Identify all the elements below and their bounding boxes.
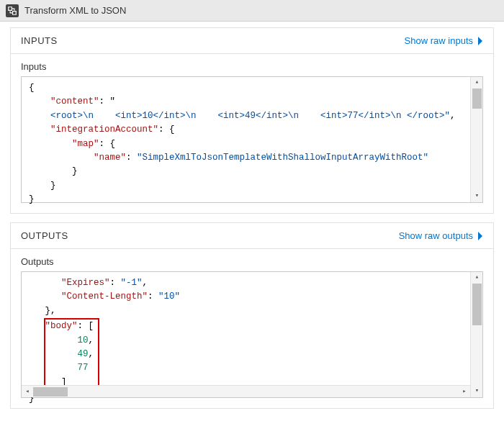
outputs-codebox[interactable]: "Expires": "-1", "Content-Length": "10" … <box>21 271 483 398</box>
scroll-down-icon[interactable]: ▾ <box>471 191 483 202</box>
show-raw-inputs-link[interactable]: Show raw inputs <box>405 35 483 46</box>
scroll-up-icon[interactable]: ▴ <box>471 272 483 284</box>
inputs-vscroll-thumb[interactable] <box>472 89 482 109</box>
scroll-up-icon[interactable]: ▴ <box>471 77 483 89</box>
scroll-left-icon[interactable]: ◂ <box>22 386 33 398</box>
outputs-body: Outputs "Expires": "-1", "Content-Length… <box>11 249 493 408</box>
scroll-down-icon[interactable]: ▾ <box>471 386 483 397</box>
inputs-sublabel: Inputs <box>21 61 483 72</box>
outputs-section: OUTPUTS Show raw outputs Outputs "Expire… <box>10 222 494 409</box>
panel-container: INPUTS Show raw inputs Inputs { "content… <box>0 22 504 419</box>
transform-icon <box>6 4 19 17</box>
show-raw-outputs-label: Show raw outputs <box>399 230 473 241</box>
inputs-title: INPUTS <box>21 35 58 46</box>
inputs-code: { "content": " <root>\n <int>10</int>\n … <box>22 77 482 211</box>
inputs-codebox[interactable]: { "content": " <root>\n <int>10</int>\n … <box>21 76 483 203</box>
inputs-body: Inputs { "content": " <root>\n <int>10</… <box>11 54 493 213</box>
outputs-hscrollbar[interactable]: ◂ ▸ <box>22 385 470 397</box>
chevron-right-icon <box>477 37 483 45</box>
outputs-hscroll-thumb[interactable] <box>33 387 68 397</box>
titlebar: Transform XML to JSON <box>0 0 504 22</box>
titlebar-title: Transform XML to JSON <box>24 5 126 16</box>
outputs-vscrollbar[interactable]: ▴ ▾ <box>470 272 482 397</box>
show-raw-outputs-link[interactable]: Show raw outputs <box>399 230 483 241</box>
inputs-vscrollbar[interactable]: ▴ ▾ <box>470 77 482 202</box>
outputs-header: OUTPUTS Show raw outputs <box>11 223 493 249</box>
outputs-sublabel: Outputs <box>21 256 483 267</box>
inputs-section: INPUTS Show raw inputs Inputs { "content… <box>10 27 494 214</box>
outputs-vscroll-thumb[interactable] <box>472 284 482 325</box>
outputs-title: OUTPUTS <box>21 230 68 241</box>
chevron-right-icon <box>477 232 483 240</box>
body-highlight: "body": [ 10, 49, 77 ] <box>44 318 100 392</box>
inputs-header: INPUTS Show raw inputs <box>11 28 493 54</box>
scroll-right-icon[interactable]: ▸ <box>459 386 470 398</box>
show-raw-inputs-label: Show raw inputs <box>405 35 473 46</box>
